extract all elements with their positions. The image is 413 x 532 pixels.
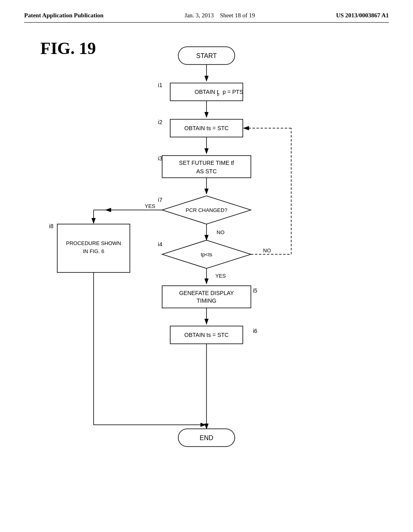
- box3-text1: SET FUTURE TIME tf: [179, 160, 234, 166]
- box3-text2: AS STC: [196, 168, 217, 175]
- header: Patent Application Publication Jan. 3, 2…: [24, 12, 389, 23]
- start-text: START: [196, 52, 217, 59]
- flowchart-svg: START i1 OBTAIN t p = PTS p i2 OBTAIN ts…: [24, 35, 389, 478]
- svg-rect-19: [162, 286, 251, 308]
- yes-label1: YES: [145, 203, 155, 209]
- i2-label: i2: [158, 119, 163, 125]
- publication-label: Patent Application Publication: [24, 12, 104, 19]
- box2-text: OBTAIN ts = STC: [184, 125, 229, 131]
- header-right: US 2013/0003867 A1: [336, 12, 389, 19]
- end-text: END: [200, 434, 213, 441]
- no-label1: NO: [217, 229, 225, 235]
- i8-label: i8: [49, 223, 54, 229]
- no-label2: NO: [263, 247, 271, 254]
- box8-text2: IN FIG. 6: [83, 248, 104, 254]
- patent-number: US 2013/0003867 A1: [336, 12, 389, 19]
- i4-label: i4: [158, 241, 163, 247]
- header-center: Jan. 3, 2013 Sheet 18 of 19: [185, 12, 255, 19]
- date-label: Jan. 3, 2013: [185, 12, 214, 19]
- box6-text: OBTAIN ts = STC: [184, 332, 229, 338]
- diamond1-text: PCR CHANGED?: [186, 207, 227, 213]
- box1-text: OBTAIN t: [195, 89, 219, 95]
- yes-label2: YES: [215, 273, 226, 279]
- i3-label: i3: [158, 155, 163, 162]
- box8-text1: PROCEDURE SHOWN: [66, 240, 121, 246]
- box5-text2: TIMING: [197, 297, 217, 304]
- svg-text:p = PTS: p = PTS: [223, 89, 243, 95]
- box5-text1: GENEFATE DISPLAY: [179, 290, 234, 296]
- header-left: Patent Application Publication: [24, 12, 104, 19]
- diagram-area: FIG. 19 START i1 OBTAIN t p = PTS p: [24, 35, 389, 478]
- i1-label: i1: [158, 82, 163, 88]
- diamond2-text: tp<ts: [201, 251, 213, 258]
- page: Patent Application Publication Jan. 3, 2…: [0, 0, 413, 532]
- svg-text:p: p: [217, 92, 219, 96]
- i6-label: i6: [253, 328, 257, 334]
- sheet-label: Sheet 18 of 19: [220, 12, 255, 19]
- i5-label: i5: [253, 287, 257, 294]
- i7-label: i7: [158, 197, 163, 203]
